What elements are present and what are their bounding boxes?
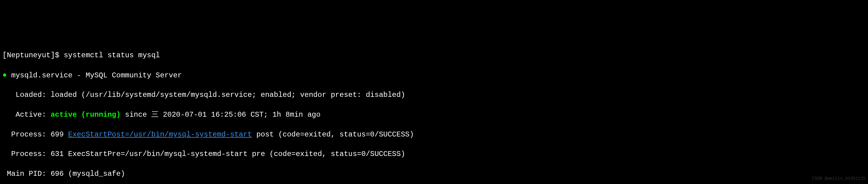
separator: - (72, 71, 85, 79)
indent (2, 150, 11, 158)
prompt-close-bracket: ] (51, 51, 55, 59)
space (121, 111, 125, 119)
process1-label: Process: (11, 130, 46, 139)
process1-pid: 699 (51, 130, 64, 139)
indent (2, 91, 16, 99)
prompt-dollar: $ (55, 51, 64, 59)
service-description: MySQL Community Server (86, 71, 182, 79)
mainpid-line: Main PID: 696 (mysqld_safe) (2, 169, 866, 179)
mainpid-label: Main PID: (7, 170, 46, 178)
space (7, 71, 11, 79)
prompt-open-bracket: [ (2, 51, 7, 59)
process1-line: Process: 699 ExecStartPost=/usr/bin/mysq… (2, 130, 866, 139)
mainpid-value: 696 (mysqld_safe) (51, 170, 125, 178)
active-since: since 三 2020-07-01 16:25:06 CST; 1h 8min… (125, 111, 320, 119)
space (46, 91, 51, 99)
indent (2, 170, 7, 178)
prompt-line[interactable]: [Neptuneyut]$ systemctl status mysql (2, 51, 866, 60)
active-state: active (running) (51, 111, 120, 119)
space (46, 130, 51, 139)
space (46, 170, 51, 178)
process1-suffix: post (code=exited, status=0/SUCCESS) (256, 130, 414, 139)
space (252, 130, 256, 139)
indent (2, 111, 16, 119)
prompt-user-host: Neptuneyut (7, 51, 51, 59)
process2-value: 631 ExecStartPre=/usr/bin/mysql-systemd-… (51, 150, 405, 158)
loaded-line: Loaded: loaded (/usr/lib/systemd/system/… (2, 90, 866, 100)
service-header-line: ● mysqld.service - MySQL Community Serve… (2, 70, 866, 80)
process2-line: Process: 631 ExecStartPre=/usr/bin/mysql… (2, 149, 866, 159)
process2-label: Process: (11, 150, 46, 158)
command-text: systemctl status mysql (64, 51, 160, 59)
terminal-output: [Neptuneyut]$ systemctl status mysql ● m… (2, 41, 866, 184)
active-line: Active: active (running) since 三 2020-07… (2, 110, 866, 120)
watermark-text: CSDN @weixin_43391125 (812, 176, 866, 182)
space (64, 130, 68, 139)
service-name: mysqld.service (11, 71, 73, 79)
status-dot-icon: ● (2, 70, 7, 80)
space (46, 150, 51, 158)
space (46, 111, 51, 119)
loaded-value: loaded (/usr/lib/systemd/system/mysqld.s… (51, 91, 405, 99)
loaded-label: Loaded: (16, 91, 46, 99)
process1-exec-link[interactable]: ExecStartPost=/usr/bin/mysql-systemd-sta… (68, 130, 252, 139)
indent (2, 130, 11, 139)
active-label: Active: (16, 111, 46, 119)
